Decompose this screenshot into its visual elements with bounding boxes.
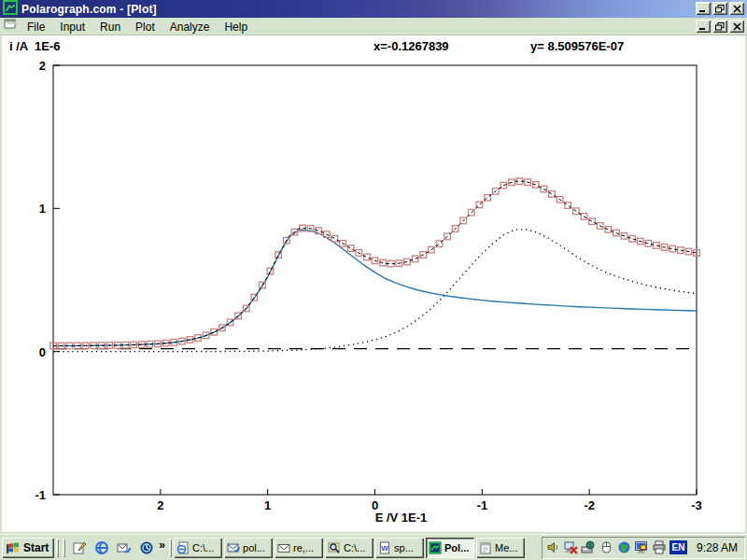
plot-frame <box>53 65 697 495</box>
data-point-marker <box>589 218 596 225</box>
taskbar-divider[interactable] <box>169 539 172 557</box>
outlook-express-icon[interactable] <box>114 538 134 558</box>
start-label: Start <box>23 541 49 554</box>
x-tick-label: -1 <box>477 498 488 512</box>
x-axis-title: E /V 1E-1 <box>375 511 428 525</box>
mouse-icon[interactable] <box>599 539 614 555</box>
series-component-2 <box>53 230 697 352</box>
task-button-c[interactable]: C:\... <box>174 538 222 558</box>
close-icon[interactable] <box>729 2 744 15</box>
taskbar: Start » C:\...pol...re,...C:\...Wsp...Po… <box>0 534 747 560</box>
taskbar-clock: 9:28 AM <box>697 541 738 554</box>
menu-items: FileInputRunPlotAnalyzeHelp <box>20 18 255 35</box>
taskbar-divider[interactable] <box>56 539 59 557</box>
task-button-label: re,... <box>293 542 314 553</box>
quicklaunch-overflow-chevron[interactable]: » <box>159 539 167 557</box>
task-button-label: Me... <box>495 542 517 553</box>
x-tick-label: 2 <box>157 498 163 512</box>
language-indicator[interactable]: EN <box>669 540 687 554</box>
menu-item-file[interactable]: File <box>20 19 52 35</box>
task-button-me[interactable]: Me... <box>476 538 525 558</box>
envelope-icon <box>277 541 290 554</box>
quick-launch-bar <box>67 538 159 558</box>
x-tick-label: -3 <box>691 498 702 512</box>
task-button-label: C:\... <box>344 542 365 553</box>
globe-icon[interactable] <box>616 539 632 555</box>
word-document-icon: W <box>378 541 391 554</box>
window-controls <box>696 2 744 15</box>
polarograph-icon <box>429 541 442 554</box>
windows-logo-icon <box>6 541 21 554</box>
data-point-marker <box>654 243 660 249</box>
task-button-sp[interactable]: Wsp... <box>375 538 424 558</box>
start-button[interactable]: Start <box>2 538 54 558</box>
restore-button[interactable] <box>712 2 727 15</box>
task-button-re[interactable]: re,... <box>275 538 323 558</box>
task-button-label: C:\... <box>192 542 214 553</box>
desktop-screen: Polarograph.com - [Plot] <box>0 0 747 560</box>
data-point-marker <box>645 241 652 247</box>
minimize-button[interactable] <box>696 2 711 15</box>
tray-icon-strip <box>545 539 668 555</box>
menu-item-help[interactable]: Help <box>217 19 255 35</box>
task-button-pol[interactable]: Pol... <box>426 538 474 558</box>
data-point-marker <box>605 227 612 233</box>
network-error-icon[interactable] <box>563 539 579 555</box>
menu-item-run[interactable]: Run <box>92 19 128 35</box>
data-point-marker <box>549 191 556 198</box>
mdi-restore-button[interactable] <box>712 20 727 33</box>
y-tick-label: -1 <box>35 488 46 502</box>
outlook-icon <box>227 541 240 554</box>
media-player-icon[interactable] <box>136 538 157 558</box>
task-button-strip: C:\...pol...re,...C:\...Wsp...Pol...Me..… <box>174 538 527 558</box>
display-settings-icon[interactable] <box>634 539 650 555</box>
menu-bar: FileInputRunPlotAnalyzeHelp <box>0 18 747 35</box>
notepad-icon <box>479 541 492 554</box>
internet-explorer-icon[interactable] <box>92 538 112 558</box>
volume-icon[interactable] <box>545 539 561 555</box>
series-component-1 <box>53 230 697 346</box>
task-button-label: Pol... <box>444 542 469 553</box>
task-button-label: pol... <box>243 542 265 553</box>
title-bar: Polarograph.com - [Plot] <box>0 0 747 18</box>
task-button-pol[interactable]: pol... <box>224 538 273 558</box>
window-title: Polarograph.com - [Plot] <box>21 3 157 16</box>
menu-item-plot[interactable]: Plot <box>128 19 162 35</box>
mdi-minimize-button[interactable] <box>696 20 711 33</box>
data-point-marker <box>364 254 371 260</box>
data-point-marker <box>412 256 418 262</box>
svg-text:W: W <box>381 544 388 553</box>
menu-item-input[interactable]: Input <box>52 19 92 35</box>
mdi-window-controls <box>696 20 744 33</box>
system-tray: EN 9:28 AM <box>542 537 745 559</box>
printer-icon[interactable] <box>652 539 668 555</box>
hardware-update-icon[interactable] <box>581 539 597 555</box>
task-button-c[interactable]: C:\... <box>325 538 374 558</box>
x-tick-label: -2 <box>584 498 595 512</box>
y-tick-label: 0 <box>39 345 46 359</box>
menu-item-analyze[interactable]: Analyze <box>162 19 218 35</box>
show-desktop-icon[interactable] <box>69 538 90 558</box>
plot-canvas[interactable]: 210-1-2-3210-1E /V 1E-1 <box>0 35 747 534</box>
y-tick-label: 1 <box>39 202 46 216</box>
polarograph-app-icon <box>3 0 18 19</box>
data-point-marker <box>347 245 354 252</box>
series-measured-data <box>50 178 700 349</box>
x-tick-label: 1 <box>264 498 271 512</box>
data-point-marker <box>629 236 636 243</box>
ie-document-icon <box>176 541 190 554</box>
taskbar-divider[interactable] <box>63 539 65 557</box>
mdi-child-icon[interactable] <box>4 18 18 35</box>
data-point-marker <box>565 203 571 209</box>
y-tick-label: 2 <box>39 59 46 73</box>
search-folder-icon <box>328 541 341 554</box>
task-button-label: sp... <box>394 542 414 553</box>
mdi-close-icon[interactable] <box>729 20 744 33</box>
